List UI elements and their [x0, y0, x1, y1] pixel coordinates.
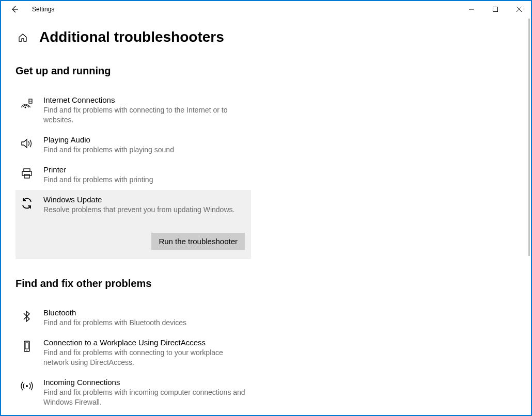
- printer-icon: [20, 166, 34, 181]
- troubleshooter-keyboard[interactable]: Keyboard: [15, 412, 251, 415]
- svg-rect-4: [22, 171, 32, 175]
- svg-rect-3: [24, 169, 30, 171]
- item-desc: Find and fix problems with connecting to…: [43, 105, 246, 125]
- scrollbar[interactable]: [526, 19, 531, 414]
- maximize-button[interactable]: [483, 1, 507, 18]
- scroll-thumb[interactable]: [528, 19, 530, 256]
- item-title: Bluetooth: [43, 308, 186, 317]
- getup-list: Internet Connections Find and fix proble…: [15, 90, 251, 259]
- svg-rect-0: [493, 7, 498, 12]
- troubleshooter-playing-audio[interactable]: Playing Audio Find and fix problems with…: [15, 130, 251, 160]
- item-title: Playing Audio: [43, 135, 174, 144]
- svg-point-8: [26, 350, 27, 351]
- home-icon[interactable]: [15, 30, 30, 45]
- svg-rect-5: [24, 174, 29, 178]
- item-title: Windows Update: [43, 195, 234, 204]
- item-desc: Find and fix problems with incoming comp…: [43, 388, 246, 407]
- item-desc: Find and fix problems with playing sound: [43, 145, 174, 155]
- section-heading-getup: Get up and running: [15, 65, 531, 77]
- item-desc: Resolve problems that prevent you from u…: [43, 205, 234, 215]
- troubleshooter-directaccess[interactable]: Connection to a Workplace Using DirectAc…: [15, 333, 251, 373]
- back-button[interactable]: [9, 4, 20, 14]
- run-troubleshooter-button[interactable]: Run the troubleshooter: [151, 233, 245, 250]
- item-title: Incoming Connections: [43, 378, 246, 387]
- other-list: Bluetooth Find and fix problems with Blu…: [15, 303, 251, 415]
- page-title: Additional troubleshooters: [39, 29, 224, 45]
- item-title: Connection to a Workplace Using DirectAc…: [43, 338, 246, 347]
- svg-point-1: [25, 107, 26, 108]
- phone-device-icon: [20, 339, 34, 354]
- item-desc: Find and fix problems with Bluetooth dev…: [43, 318, 186, 328]
- close-button[interactable]: [507, 1, 531, 18]
- speaker-icon: [20, 136, 34, 151]
- item-desc: Find and fix problems with printing: [43, 175, 153, 185]
- troubleshooter-incoming-connections[interactable]: Incoming Connections Find and fix proble…: [15, 373, 251, 412]
- sync-icon: [20, 196, 34, 211]
- minimize-button[interactable]: [460, 1, 483, 18]
- troubleshooter-bluetooth[interactable]: Bluetooth Find and fix problems with Blu…: [15, 303, 251, 333]
- broadcast-icon: [20, 379, 34, 393]
- item-title: Internet Connections: [43, 95, 246, 104]
- troubleshooter-printer[interactable]: Printer Find and fix problems with print…: [15, 160, 251, 190]
- titlebar: Settings: [1, 1, 531, 18]
- content-area: Additional troubleshooters Get up and ru…: [1, 18, 531, 415]
- globe-wifi-icon: [20, 97, 34, 111]
- item-desc: Find and fix problems with connecting to…: [43, 348, 246, 367]
- section-heading-other: Find and fix other problems: [15, 278, 531, 290]
- troubleshooter-windows-update[interactable]: Windows Update Resolve problems that pre…: [15, 190, 251, 260]
- svg-point-9: [26, 385, 28, 387]
- svg-rect-7: [25, 343, 28, 349]
- bluetooth-icon: [20, 309, 34, 324]
- item-title: Printer: [43, 165, 153, 174]
- troubleshooter-internet-connections[interactable]: Internet Connections Find and fix proble…: [15, 90, 251, 130]
- window-title: Settings: [32, 6, 54, 13]
